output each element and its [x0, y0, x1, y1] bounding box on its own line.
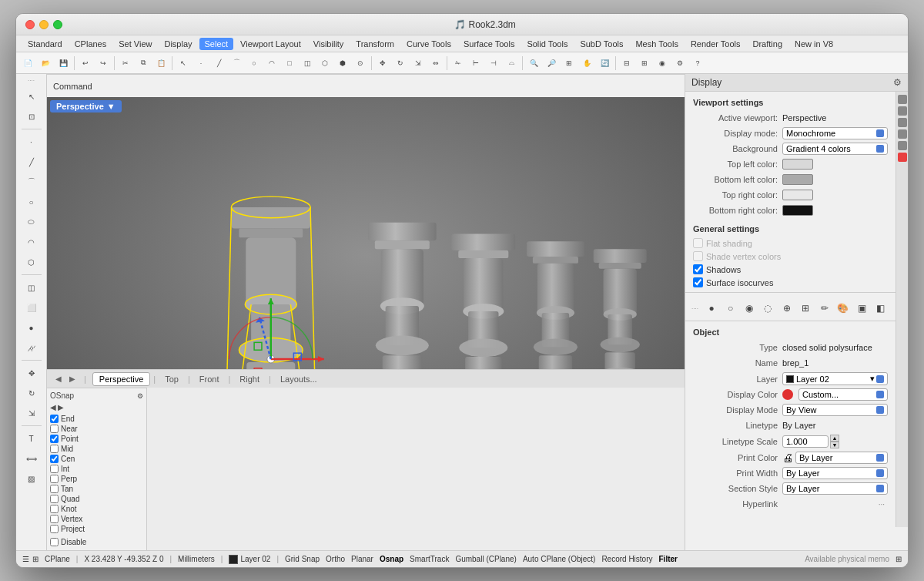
viewport-tab-layouts[interactable]: Layouts... — [274, 373, 323, 385]
top-left-color-swatch[interactable] — [782, 159, 813, 170]
menu-display[interactable]: Display — [159, 38, 197, 50]
osnap-knot-check[interactable] — [50, 505, 59, 513]
toolbar-new[interactable]: 📄 — [19, 55, 36, 72]
statusbar-ortho[interactable]: Ortho — [326, 555, 345, 563]
display-color-select[interactable]: Custom... — [798, 388, 888, 401]
lt-select-region[interactable]: ⊡ — [20, 107, 43, 126]
lt-text[interactable]: T — [20, 429, 43, 448]
statusbar-record-history[interactable]: Record History — [601, 555, 652, 563]
background-select[interactable]: Gradient 4 colors — [782, 143, 888, 155]
section-style-select[interactable]: By Layer — [782, 482, 888, 495]
toolbar-point[interactable]: · — [192, 55, 209, 72]
lt-line[interactable]: ╱ — [20, 153, 43, 171]
right-edge-icon-6[interactable] — [898, 153, 907, 162]
lt-cylinder[interactable]: ⌭ — [20, 338, 43, 357]
toolbar-paste[interactable]: 📋 — [152, 55, 169, 72]
osnap-cen-check[interactable] — [50, 455, 59, 463]
right-edge-icon-2[interactable] — [898, 106, 907, 116]
menu-new-in-v8[interactable]: New in V8 — [789, 38, 839, 50]
toolbar-save[interactable]: 💾 — [55, 55, 72, 72]
shadows-row[interactable]: Shadows — [685, 263, 896, 276]
osnap-int-check[interactable] — [50, 465, 59, 473]
display-icon-artistic[interactable]: 🎨 — [835, 299, 852, 317]
toolbar-render[interactable]: ◉ — [654, 55, 671, 72]
display-icon-mono[interactable]: ▣ — [853, 299, 870, 317]
lt-solid-box[interactable]: ⬜ — [20, 298, 43, 317]
osnap-project[interactable]: Project — [50, 524, 143, 534]
toolbar-mirror[interactable]: ⇔ — [427, 55, 444, 72]
osnap-point-check[interactable] — [50, 435, 59, 443]
spinner-down[interactable]: ▼ — [830, 442, 839, 448]
lt-polygon[interactable]: ⬡ — [20, 253, 43, 271]
display-icon-flat[interactable]: ◧ — [872, 299, 889, 317]
toolbar-pan[interactable]: ✋ — [578, 55, 595, 72]
osnap-int[interactable]: Int — [50, 464, 143, 474]
osnap-disable[interactable]: Disable — [50, 537, 143, 547]
viewport-perspective-btn[interactable]: Perspective ▼ — [50, 100, 122, 113]
flat-shading-check[interactable] — [693, 238, 703, 248]
menu-setview[interactable]: Set View — [113, 38, 157, 50]
lt-rotate[interactable]: ↻ — [20, 384, 43, 402]
osnap-mid-check[interactable] — [50, 445, 59, 453]
statusbar-grid-snap[interactable]: Grid Snap — [285, 555, 320, 563]
lt-curve[interactable]: ⌒ — [20, 173, 43, 191]
toolbar-redo[interactable]: ↪ — [95, 55, 112, 72]
statusbar-filter[interactable]: Filter — [659, 555, 678, 563]
menu-cplanes[interactable]: CPlanes — [69, 38, 112, 50]
toolbar-zoom-in[interactable]: 🔍 — [525, 55, 542, 72]
osnap-disable-check[interactable] — [50, 538, 59, 546]
toolbar-solid[interactable]: ⬡ — [316, 55, 333, 72]
toolbar-surface[interactable]: ◫ — [299, 55, 316, 72]
lt-select-arrow[interactable]: ↖ — [20, 87, 43, 106]
toolbar-move[interactable]: ✥ — [374, 55, 391, 72]
menu-curve-tools[interactable]: Curve Tools — [401, 38, 457, 50]
top-right-color-swatch[interactable] — [782, 190, 813, 200]
toolbar-select[interactable]: ↖ — [175, 55, 192, 72]
viewport-tab-right[interactable]: Right — [233, 373, 266, 385]
display-icon-wireframe[interactable]: ○ — [721, 299, 738, 317]
osnap-end-check[interactable] — [50, 415, 59, 423]
toolbar-zoom-out[interactable]: 🔎 — [543, 55, 560, 72]
display-icon-ghosted[interactable]: ◌ — [759, 299, 776, 317]
print-color-select[interactable]: By Layer — [795, 452, 888, 464]
osnap-vertex-check[interactable] — [50, 515, 59, 523]
osnap-mid[interactable]: Mid — [50, 444, 143, 454]
osnap-knot[interactable]: Knot — [50, 504, 143, 514]
right-edge-icon-4[interactable] — [898, 129, 907, 139]
lt-move[interactable]: ✥ — [20, 364, 43, 382]
statusbar-planar[interactable]: Planar — [351, 555, 373, 563]
osnap-near-check[interactable] — [50, 425, 59, 433]
osnap-cen[interactable]: Cen — [50, 454, 143, 464]
toolbar-undo[interactable]: ↩ — [77, 55, 94, 72]
menu-transform[interactable]: Transform — [350, 38, 400, 50]
toolbar-rotate[interactable]: ↻ — [392, 55, 409, 72]
toolbar-rect[interactable]: □ — [281, 55, 298, 72]
osnap-tan[interactable]: Tan — [50, 484, 143, 494]
lt-ellipse[interactable]: ⬭ — [20, 213, 43, 231]
menu-visibility[interactable]: Visibility — [308, 38, 350, 50]
menu-standard[interactable]: Standard — [22, 38, 68, 50]
right-edge-icon-1[interactable] — [898, 95, 907, 104]
osnap-filter-icon[interactable]: ⚙ — [137, 392, 143, 400]
toolbar-help[interactable]: ? — [689, 55, 706, 72]
osnap-back[interactable]: ◀ — [50, 403, 56, 411]
toolbar-zoom-extent[interactable]: ⊞ — [561, 55, 578, 72]
display-icon-technical[interactable]: ⊞ — [797, 299, 814, 317]
lt-surface[interactable]: ◫ — [20, 278, 43, 297]
statusbar-expand-icon[interactable]: ⊞ — [896, 555, 902, 563]
toolbar-scale[interactable]: ⇲ — [410, 55, 427, 72]
statusbar-smart-track[interactable]: SmartTrack — [410, 555, 449, 563]
object-layer-select[interactable]: Layer 02 ▾ — [782, 372, 888, 385]
menu-render-tools[interactable]: Render Tools — [685, 38, 746, 50]
display-mode-obj-select[interactable]: By View — [782, 404, 888, 416]
print-width-select[interactable]: By Layer — [782, 467, 888, 479]
menu-drafting[interactable]: Drafting — [748, 38, 788, 50]
display-color-swatch[interactable] — [782, 389, 793, 400]
display-icon-shaded[interactable]: ◉ — [741, 299, 758, 317]
shadows-check[interactable] — [693, 264, 703, 274]
right-panel-gear[interactable]: ⚙ — [893, 77, 902, 88]
maximize-button[interactable] — [53, 20, 62, 29]
minimize-button[interactable] — [39, 20, 49, 29]
osnap-end[interactable]: End — [50, 414, 143, 424]
bottom-left-color-swatch[interactable] — [782, 174, 813, 185]
